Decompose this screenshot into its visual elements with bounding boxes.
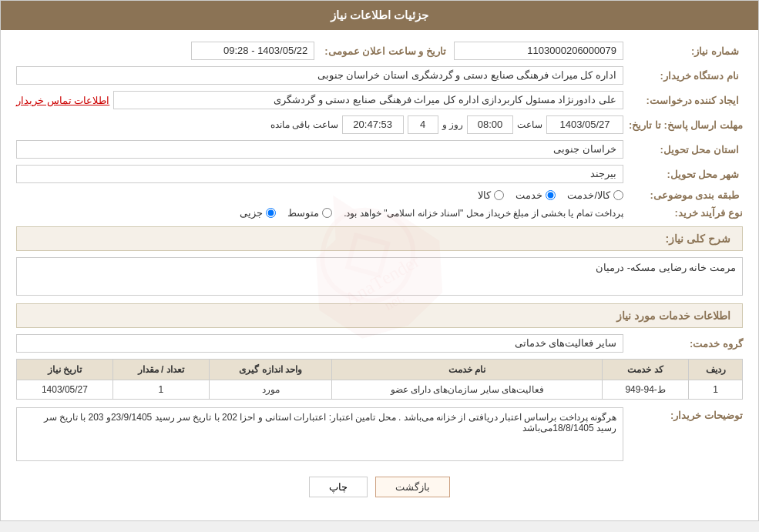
deadline-days: 4 <box>408 115 438 134</box>
buyer-name-row: نام دستگاه خریدار: اداره کل میراث فرهنگی… <box>16 66 743 85</box>
province-label: استان محل تحویل: <box>627 144 743 156</box>
city-value: بیرجند <box>16 165 623 183</box>
proc-jozi: جزیی <box>240 207 276 219</box>
contact-link[interactable]: اطلاعات تماس خریدار <box>16 95 109 106</box>
btn-row: بازگشت چاپ <box>16 469 743 509</box>
table-cell-date: 1403/05/27 <box>17 380 113 400</box>
page-header: جزئیات اطلاعات نیاز <box>1 1 758 30</box>
table-header-row: ردیف کد خدمت نام خدمت واحد اندازه گیری ت… <box>17 360 743 380</box>
content-area: شماره نیاز: 1103000206000079 تاریخ و ساع… <box>1 30 758 520</box>
col-date: تاریخ نیاز <box>17 360 113 380</box>
proc-radio-group: پرداخت تمام یا بخشی از مبلغ خریداز محل "… <box>16 207 623 219</box>
category-kala-label: کالا <box>478 189 491 201</box>
proc-jozi-label: جزیی <box>240 207 263 219</box>
deadline-remaining-label: ساعت باقی مانده <box>270 119 338 130</box>
creator-value: علی دادورنژاد مسئول کاربردازی اداره کل م… <box>113 91 623 109</box>
svg-text:AnaТender: AnaТender <box>341 251 422 309</box>
deadline-label: مهلت ارسال پاسخ: تا تاریخ: <box>627 119 743 131</box>
proc-jozi-radio[interactable] <box>266 208 276 218</box>
city-row: شهر محل تحویل: بیرجند <box>16 165 743 183</box>
deadline-date: 1403/05/27 <box>546 115 623 134</box>
table-cell-quantity: 1 <box>113 380 209 400</box>
deadline-fields: 1403/05/27 ساعت 08:00 روز و 4 20:47:53 س… <box>16 115 623 134</box>
need-description-row: AnaТender .net مرمت خانه رضایی مسکه- درم… <box>16 257 743 296</box>
category-row: طبقه بندی موضوعی: کالا/خدمت خدمت کالا <box>16 189 743 201</box>
need-number-value: 1103000206000079 <box>454 42 623 60</box>
need-description-header-text: شرح کلی نیاز: <box>666 233 730 245</box>
service-group-value: سایر فعالیت‌های خدماتی <box>16 334 623 353</box>
buyer-name-value: اداره کل میراث فرهنگی صنایع دستی و گردشگ… <box>16 66 623 85</box>
col-code: کد خدمت <box>602 360 688 380</box>
need-number-row: شماره نیاز: 1103000206000079 تاریخ و ساع… <box>16 42 743 60</box>
col-name: نام خدمت <box>332 360 602 380</box>
category-kala-khadamat: کالا/خدمت <box>567 189 623 201</box>
category-kala-khadamat-label: کالا/خدمت <box>567 189 610 201</box>
need-number-label: شماره نیاز: <box>627 45 743 57</box>
col-unit: واحد اندازه گیری <box>209 360 332 380</box>
category-kala-khadamat-radio[interactable] <box>613 190 623 200</box>
table-cell-name: فعالیت‌های سایر سازمان‌های دارای عضو <box>332 380 602 400</box>
city-label: شهر محل تحویل: <box>627 169 743 180</box>
deadline-hour-label: ساعت <box>517 119 542 130</box>
province-value: خراسان جنوبی <box>16 140 623 159</box>
buyer-notes-row: توضیحات خریدار: هرگونه پرداخت براساس اعت… <box>16 407 743 461</box>
proc-note: پرداخت تمام یا بخشی از مبلغ خریداز محل "… <box>344 208 623 219</box>
category-radio-group: کالا/خدمت خدمت کالا <box>478 189 623 201</box>
proc-motavasset-radio[interactable] <box>322 208 332 218</box>
category-kala-radio[interactable] <box>494 190 504 200</box>
col-quantity: تعداد / مقدار <box>113 360 209 380</box>
needs-table: ردیف کد خدمت نام خدمت واحد اندازه گیری ت… <box>16 359 743 400</box>
col-row: ردیف <box>689 360 743 380</box>
province-row: استان محل تحویل: خراسان جنوبی <box>16 140 743 159</box>
table-cell-code: ط-94-949 <box>602 380 688 400</box>
announcement-label: تاریخ و ساعت اعلان عمومی: <box>318 45 450 57</box>
page-title: جزئیات اطلاعات نیاز <box>331 8 428 22</box>
deadline-time: 08:00 <box>467 115 513 134</box>
table-cell-unit: مورد <box>209 380 332 400</box>
creator-label: ایجاد کننده درخواست: <box>627 95 743 106</box>
category-kala: کالا <box>478 189 504 201</box>
proc-motavasset-label: متوسط <box>287 207 319 219</box>
print-button[interactable]: چاپ <box>309 477 368 497</box>
need-description-header: شرح کلی نیاز: <box>16 226 743 251</box>
creator-row: ایجاد کننده درخواست: علی دادورنژاد مسئول… <box>16 91 743 109</box>
buyer-notes-value: هرگونه پرداخت براساس اعتبار دریافتی از خ… <box>16 407 623 461</box>
proc-motavasset: متوسط <box>287 207 332 219</box>
page-wrapper: جزئیات اطلاعات نیاز شماره نیاز: 11030002… <box>0 0 759 521</box>
service-group-row: گروه خدمت: سایر فعالیت‌های خدماتی <box>16 334 743 353</box>
service-info-header-text: اطلاعات خدمات مورد نیاز <box>616 309 730 322</box>
deadline-row: مهلت ارسال پاسخ: تا تاریخ: 1403/05/27 سا… <box>16 115 743 134</box>
back-button[interactable]: بازگشت <box>375 477 450 497</box>
need-description-text: مرمت خانه رضایی مسکه- درمیان <box>596 262 736 273</box>
deadline-remaining: 20:47:53 <box>342 115 404 134</box>
deadline-day-label: روز و <box>442 119 463 130</box>
proc-type-label: نوع فرآیند خرید: <box>627 207 743 219</box>
table-cell-row: 1 <box>689 380 743 400</box>
buyer-name-label: نام دستگاه خریدار: <box>627 70 743 82</box>
category-khadamat-radio[interactable] <box>546 190 556 200</box>
proc-type-row: نوع فرآیند خرید: پرداخت تمام یا بخشی از … <box>16 207 743 219</box>
buyer-notes-label: توضیحات خریدار: <box>627 407 743 421</box>
table-row: 1ط-94-949فعالیت‌های سایر سازمان‌های دارا… <box>17 380 743 400</box>
service-group-label: گروه خدمت: <box>627 338 743 350</box>
category-khadamat-label: خدمت <box>516 189 542 201</box>
service-info-header: اطلاعات خدمات مورد نیاز <box>16 303 743 328</box>
category-label: طبقه بندی موضوعی: <box>627 189 743 201</box>
category-khadamat: خدمت <box>516 189 556 201</box>
announcement-value: 1403/05/22 - 09:28 <box>191 42 314 60</box>
need-description-value: AnaТender .net مرمت خانه رضایی مسکه- درم… <box>16 257 743 296</box>
